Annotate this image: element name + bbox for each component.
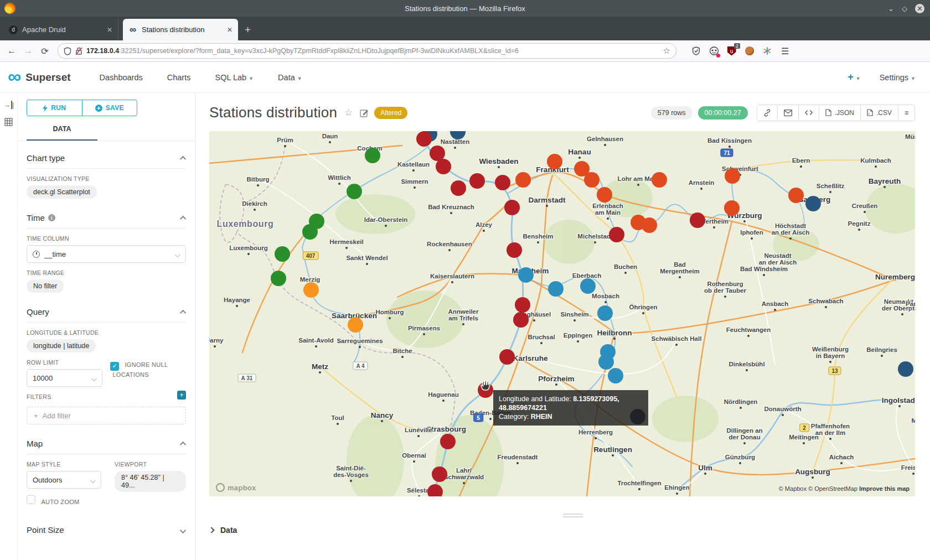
chart-menu-button[interactable]: ≡	[898, 105, 914, 121]
window-close-icon[interactable]: ✕	[915, 4, 924, 13]
time-range-value[interactable]: No filter	[27, 279, 64, 293]
improve-map-link[interactable]: Improve this map	[859, 485, 910, 492]
deckgl-map[interactable]: Longitude and Latitude: 8.1359273095, 48…	[209, 131, 915, 496]
scatter-point-verm[interactable]	[597, 187, 612, 203]
superset-brand[interactable]: Superset	[25, 71, 70, 84]
scatter-point-crimson[interactable]	[432, 466, 447, 482]
favorite-star-icon[interactable]: ☆	[344, 107, 353, 118]
edit-properties-icon[interactable]	[360, 108, 369, 117]
nav-dashboards[interactable]: Dashboards	[100, 73, 143, 82]
add-filter-box[interactable]: + Add filter	[27, 407, 186, 424]
add-filter-plus-button[interactable]: +	[177, 391, 186, 400]
expand-panel-icon[interactable]: →|	[3, 101, 14, 109]
scatter-point-crimson[interactable]	[416, 131, 432, 147]
scatter-point-crimson[interactable]	[436, 159, 451, 174]
multi-account-mask-icon[interactable]	[709, 46, 719, 56]
scatter-point-verm[interactable]	[584, 172, 600, 188]
new-tab-button[interactable]: +	[245, 24, 251, 40]
pocket-shield-icon[interactable]	[691, 46, 701, 56]
scatter-point-crimson[interactable]	[499, 349, 515, 365]
scatter-point-orange[interactable]	[348, 317, 363, 333]
scatter-point-blue[interactable]	[548, 281, 564, 297]
viewport-value[interactable]: 8° 46' 45.28" | 49...	[115, 471, 186, 492]
scatter-point-green[interactable]	[365, 148, 380, 163]
back-button[interactable]: ←	[3, 46, 20, 56]
scatter-point-crimson[interactable]	[427, 484, 443, 496]
section-point-size[interactable]: Point Size	[27, 521, 186, 540]
scatter-point-crimson[interactable]	[469, 173, 485, 189]
menu-hamburger-icon[interactable]: ☰	[781, 46, 789, 56]
tab-apache-druid[interactable]: d Apache Druid ✕	[3, 19, 118, 40]
settings-menu[interactable]: Settings▼	[880, 73, 916, 82]
scatter-point-crimson[interactable]	[513, 312, 529, 328]
scatter-point-blue[interactable]	[608, 368, 623, 383]
cookie-extension-icon[interactable]	[744, 46, 755, 56]
scatter-point-navy[interactable]	[805, 196, 821, 211]
scatter-point-crimson[interactable]	[609, 227, 624, 242]
scatter-point-verm[interactable]	[547, 154, 562, 169]
scatter-point-verm[interactable]	[515, 172, 531, 188]
tab-data[interactable]: DATA	[27, 125, 97, 141]
superset-logo-icon[interactable]: ∞	[8, 67, 21, 86]
time-column-select[interactable]: __time	[27, 245, 186, 263]
dataset-grid-icon[interactable]	[4, 118, 13, 126]
scatter-point-navy[interactable]	[898, 361, 913, 377]
section-query[interactable]: Query	[27, 303, 186, 322]
export-csv-button[interactable]: x .CSV	[861, 105, 898, 121]
scatter-point-orange[interactable]	[303, 282, 319, 298]
window-minimize-icon[interactable]: ⌄	[888, 4, 894, 13]
ignore-null-checkbox[interactable]: ✓	[110, 362, 119, 371]
email-button[interactable]	[778, 105, 799, 121]
scatter-point-green[interactable]	[302, 224, 318, 240]
reload-button[interactable]: ⟳	[37, 46, 53, 56]
scatter-point-crimson[interactable]	[507, 242, 522, 258]
scatter-point-blue[interactable]	[580, 278, 596, 294]
scatter-point-green[interactable]	[271, 271, 286, 286]
data-panel-toggle[interactable]: Data	[209, 526, 237, 535]
scatter-point-verm[interactable]	[642, 217, 657, 233]
add-new-button[interactable]: +▼	[848, 71, 860, 83]
insecure-lock-icon[interactable]	[75, 47, 82, 55]
row-limit-select[interactable]: 10000	[27, 369, 102, 387]
tab-close-icon[interactable]: ✕	[107, 26, 112, 34]
save-button[interactable]: + SAVE	[82, 100, 137, 116]
scatter-point-green[interactable]	[347, 184, 362, 199]
bookmark-star-icon[interactable]: ☆	[663, 46, 670, 56]
scatter-point-crimson[interactable]	[440, 434, 456, 449]
nav-data[interactable]: Data▼	[278, 73, 302, 82]
mapbox-logo[interactable]: mapbox	[216, 483, 256, 492]
scatter-point-crimson[interactable]	[690, 212, 705, 228]
nav-charts[interactable]: Charts	[167, 73, 191, 82]
scatter-point-blue[interactable]	[598, 354, 614, 370]
lonlat-value[interactable]: longitude | latitude	[27, 339, 96, 352]
window-maximize-icon[interactable]: ◇	[902, 4, 907, 13]
map-attribution[interactable]: © Mapbox © OpenStreetMap Improve this ma…	[779, 485, 910, 492]
scatter-point-crimson[interactable]	[504, 200, 520, 215]
url-bar[interactable]: 172.18.0.4:32251/superset/explore/?form_…	[58, 43, 676, 59]
viz-type-value[interactable]: deck.gl Scatterplot	[27, 185, 97, 199]
scatter-point-verm[interactable]	[788, 188, 804, 203]
section-map[interactable]: Map	[27, 434, 186, 454]
forward-button[interactable]: →	[20, 46, 37, 56]
copy-link-button[interactable]	[757, 105, 778, 121]
scatter-point-verm[interactable]	[724, 200, 740, 216]
shield-permissions-icon[interactable]	[64, 47, 71, 55]
tab-close-icon[interactable]: ✕	[227, 26, 232, 34]
scatter-point-blue[interactable]	[518, 267, 534, 283]
tab-stations-distribution[interactable]: ∞ Stations distribution ✕	[123, 19, 238, 40]
panel-drag-handle[interactable]	[563, 514, 583, 519]
scatter-point-green[interactable]	[275, 246, 290, 262]
scatter-point-verm[interactable]	[652, 172, 667, 188]
nav-sql-lab[interactable]: SQL Lab▼	[215, 73, 254, 82]
scatter-point-blue[interactable]	[597, 305, 613, 321]
scatter-point-crimson[interactable]	[515, 297, 530, 313]
map-style-select[interactable]: Outdoors	[27, 471, 101, 489]
run-button[interactable]: RUN	[27, 100, 82, 116]
export-json-button[interactable]: .JSON	[819, 105, 861, 121]
scatter-point-crimson[interactable]	[495, 175, 510, 190]
embed-code-button[interactable]	[799, 105, 819, 121]
scatter-point-verm[interactable]	[725, 168, 740, 184]
auto-zoom-checkbox[interactable]	[27, 495, 35, 504]
scatter-point-crimson[interactable]	[451, 180, 466, 196]
section-chart-type[interactable]: Chart type	[27, 149, 186, 168]
